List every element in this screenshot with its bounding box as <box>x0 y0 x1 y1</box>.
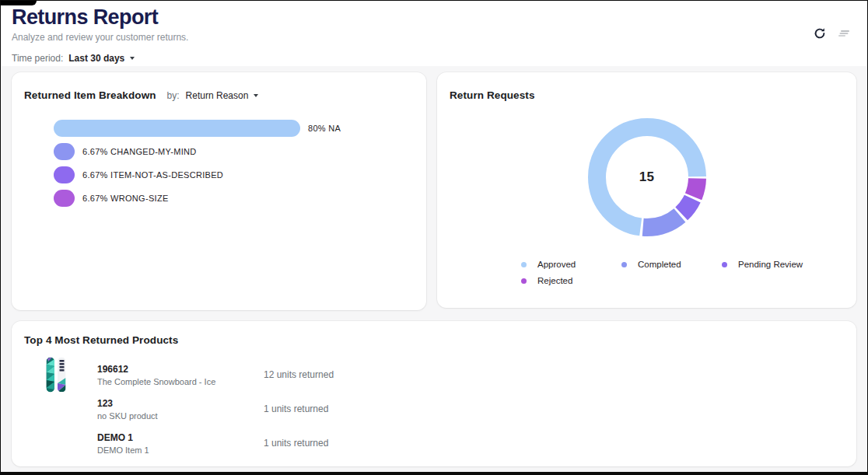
breakdown-bar <box>54 190 75 207</box>
time-period-label: Time period: <box>12 53 63 64</box>
product-image-empty <box>46 391 66 427</box>
returns-report-page: Returns Report Analyze and review your c… <box>0 0 868 475</box>
breakdown-card-title: Returned Item Breakdown <box>24 89 156 101</box>
refresh-icon <box>814 27 826 40</box>
legend-item-completed: Completed <box>621 260 722 269</box>
breakdown-bar <box>54 143 75 160</box>
product-row-1: 123no SKU product1 units returned <box>24 391 844 425</box>
breakdown-bar-label: 6.67% WRONG-SIZE <box>82 194 169 203</box>
product-text: 196612The Complete Snowboard - Ice <box>97 364 264 386</box>
product-image-empty <box>46 425 66 461</box>
breakdown-dimension-dropdown[interactable]: Return Reason <box>186 90 259 101</box>
breakdown-bar-row-3: 6.67% WRONG-SIZE <box>54 187 414 210</box>
window-corner-artifact <box>1 1 37 5</box>
donut-total-count: 15 <box>585 115 709 239</box>
legend-item-pending-review: Pending Review <box>722 260 822 269</box>
legend-item-approved: Approved <box>521 260 621 269</box>
breakdown-bar-row-2: 6.67% ITEM-NOT-AS-DESCRIBED <box>54 163 414 187</box>
product-row-2: DEMO 1DEMO Item 11 units returned <box>24 425 844 459</box>
breakdown-dimension-value: Return Reason <box>186 90 249 101</box>
breakdown-bars: 80% NA6.67% CHANGED-MY-MIND6.67% ITEM-NO… <box>54 117 414 210</box>
product-rows: 196612The Complete Snowboard - Ice12 uni… <box>24 357 844 459</box>
product-text: 123no SKU product <box>97 398 264 421</box>
time-period-value: Last 30 days <box>68 53 124 64</box>
time-period-dropdown[interactable]: Last 30 days <box>68 53 135 64</box>
legend-dot <box>521 262 527 267</box>
returned-item-breakdown-card: Returned Item Breakdown by: Return Reaso… <box>12 72 426 310</box>
legend-dot <box>621 262 627 267</box>
breakdown-bar-label: 6.67% ITEM-NOT-AS-DESCRIBED <box>82 170 223 180</box>
product-name: DEMO Item 1 <box>97 445 264 455</box>
report-content: Returned Item Breakdown by: Return Reaso… <box>1 66 867 472</box>
page-header: Returns Report Analyze and review your c… <box>1 1 867 66</box>
products-card-title: Top 4 Most Returned Products <box>24 334 844 346</box>
legend-dot <box>722 262 727 267</box>
breakdown-bar-row-1: 6.67% CHANGED-MY-MIND <box>54 140 414 163</box>
product-text: DEMO 1DEMO Item 1 <box>97 432 264 455</box>
top-returned-products-card: Top 4 Most Returned Products 196612The C… <box>12 321 856 466</box>
header-actions <box>814 27 850 40</box>
product-sku: 196612 <box>97 364 264 375</box>
requests-card-title: Return Requests <box>450 89 535 101</box>
product-image-snowboard <box>46 357 66 393</box>
legend-label: Pending Review <box>738 260 803 269</box>
breakdown-bar <box>54 166 75 183</box>
filter-lines-icon <box>838 29 850 38</box>
breakdown-bar-label: 6.67% CHANGED-MY-MIND <box>82 147 196 156</box>
refresh-button[interactable] <box>814 27 826 40</box>
legend-dot <box>521 278 527 284</box>
chevron-down-icon <box>254 94 258 97</box>
filter-button[interactable] <box>838 29 850 38</box>
legend-item-rejected: Rejected <box>521 276 621 285</box>
legend-label: Approved <box>537 260 576 269</box>
time-period-row: Time period: Last 30 days <box>12 53 855 64</box>
product-units-returned: 1 units returned <box>264 403 844 414</box>
product-sku: DEMO 1 <box>97 432 264 443</box>
return-requests-donut: 15 <box>585 115 709 239</box>
donut-legend: ApprovedCompletedPending ReviewRejected <box>521 260 844 285</box>
product-row-0: 196612The Complete Snowboard - Ice12 uni… <box>24 357 844 391</box>
product-name: The Complete Snowboard - Ice <box>97 377 264 386</box>
chevron-down-icon <box>130 57 135 60</box>
legend-label: Completed <box>638 260 681 269</box>
product-units-returned: 12 units returned <box>264 369 844 380</box>
return-requests-card: Return Requests 15 ApprovedCompletedPend… <box>437 72 856 308</box>
page-subtitle: Analyze and review your customer returns… <box>12 32 855 43</box>
breakdown-bar-label: 80% NA <box>308 124 341 133</box>
page-title: Returns Report <box>12 5 855 30</box>
product-units-returned: 1 units returned <box>264 438 844 449</box>
product-sku: 123 <box>97 398 264 409</box>
legend-label: Rejected <box>537 276 572 285</box>
breakdown-by-label: by: <box>167 90 180 101</box>
product-name: no SKU product <box>97 411 264 421</box>
breakdown-bar-row-0: 80% NA <box>54 117 414 140</box>
breakdown-bar <box>54 120 300 137</box>
